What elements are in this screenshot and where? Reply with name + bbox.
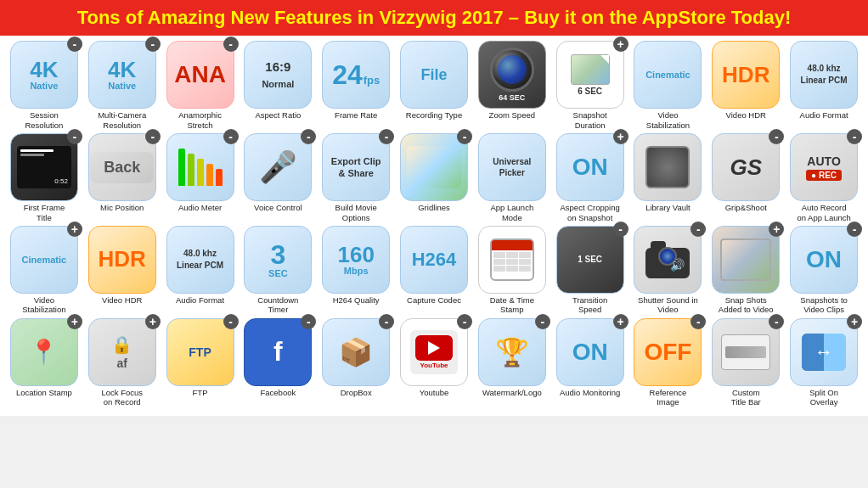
feature-item-ftp[interactable]: FTP -FTP <box>163 318 238 407</box>
feature-item-custom-title-bar[interactable]: -CustomTitle Bar <box>708 318 783 407</box>
badge-audio-monitoring: + <box>613 314 628 329</box>
label-snapshots-clips: Snapshots toVideo Clips <box>800 295 847 315</box>
icon-wrap-frame-rate: 24 fps <box>322 41 390 109</box>
icon-wrap-video-stabilization-2: Cinematic + <box>10 226 78 294</box>
feature-item-dropbox[interactable]: 📦 -DropBox <box>318 318 393 407</box>
icon-wrap-h264-quality: 160 Mbps <box>322 226 390 294</box>
label-lock-focus: Lock Focuson Record <box>101 388 143 407</box>
label-capture-codec: Capture Codec <box>407 295 461 305</box>
feature-item-recording-type[interactable]: File Recording Type <box>397 41 471 130</box>
feature-item-app-launch-mode[interactable]: UniversalPicker App LaunchMode <box>475 133 550 222</box>
icon-wrap-first-frame-title: 0:52 - <box>10 133 78 201</box>
feature-item-capture-codec[interactable]: H264 Capture Codec <box>397 226 471 315</box>
feature-item-audio-format-2[interactable]: 48.0 khzLinear PCM Audio Format <box>163 226 238 315</box>
label-app-launch-mode: App LaunchMode <box>490 203 533 222</box>
feature-item-youtube[interactable]: YouTube -Youtube <box>397 318 471 407</box>
label-split-overlay: Split OnOverlay <box>809 388 838 407</box>
feature-item-datetime-stamp[interactable]: Date & TimeStamp <box>475 226 550 315</box>
label-auto-record: Auto Recordon App Launch <box>797 203 850 222</box>
label-snapshots-added: Snap ShotsAdded to Video <box>719 295 774 315</box>
feature-item-video-stabilization[interactable]: Cinematic VideoStabilization <box>631 41 706 130</box>
label-reference-image: ReferenceImage <box>650 388 687 407</box>
icon-wrap-youtube: YouTube - <box>400 318 468 386</box>
badge-split-overlay: + <box>847 314 862 329</box>
badge-auto-record: - <box>847 129 862 144</box>
feature-item-lock-focus[interactable]: 🔒 af +Lock Focuson Record <box>85 318 160 407</box>
badge-shutter-sound: - <box>690 222 706 237</box>
feature-item-snapshots-added[interactable]: +Snap ShotsAdded to Video <box>708 226 783 315</box>
feature-item-zoom-speed[interactable]: 64 SEC Zoom Speed <box>475 41 550 130</box>
icon-wrap-facebook: f - <box>244 318 312 386</box>
feature-item-reference-image[interactable]: OFF -ReferenceImage <box>631 318 706 407</box>
feature-item-watermark[interactable]: 🏆 -Watermark/Logo <box>475 318 550 407</box>
icon-wrap-snapshots-clips: ON - <box>790 226 858 294</box>
icon-wrap-app-launch-mode: UniversalPicker <box>478 133 546 201</box>
label-transition-speed: TransitionSpeed <box>572 295 607 315</box>
icon-wrap-anamorphic-stretch: ANA - <box>166 41 234 109</box>
badge-reference-image: - <box>690 314 706 329</box>
icon-wrap-audio-meter: - <box>166 133 234 201</box>
label-first-frame-title: First FrameTitle <box>24 203 65 222</box>
feature-item-aspect-cropping[interactable]: ON +Aspect Croppingon Snapshot <box>553 133 628 222</box>
icon-wrap-video-hdr-2: HDR <box>88 226 156 294</box>
feature-item-audio-meter[interactable]: -Audio Meter <box>163 133 238 222</box>
banner: Tons of Amazing New Features in Vizzywig… <box>0 0 868 36</box>
feature-item-auto-record[interactable]: AUTO ● REC -Auto Recordon App Launch <box>786 133 861 222</box>
label-audio-format: Audio Format <box>800 110 848 120</box>
icon-wrap-reference-image: OFF - <box>634 318 702 386</box>
feature-item-countdown-timer[interactable]: 3 SEC CountdownTimer <box>240 226 315 315</box>
feature-item-session-resolution[interactable]: 4K Native -SessionResolution <box>7 41 82 130</box>
feature-item-snapshots-clips[interactable]: ON -Snapshots toVideo Clips <box>786 226 861 315</box>
badge-youtube: - <box>457 314 472 329</box>
badge-grip-shoot: - <box>769 129 784 144</box>
feature-item-transition-speed[interactable]: 1 SEC -TransitionSpeed <box>553 226 628 315</box>
badge-gridlines: - <box>457 129 472 144</box>
label-h264-quality: H264 Quality <box>333 295 380 305</box>
feature-item-build-movie[interactable]: Export Clip& Share -Build MovieOptions <box>318 133 393 222</box>
feature-item-voice-control[interactable]: 🎤 -Voice Control <box>240 133 315 222</box>
icon-wrap-gridlines: - <box>400 133 468 201</box>
feature-item-video-hdr[interactable]: HDR Video HDR <box>708 41 783 130</box>
icon-wrap-shutter-sound: 🔊 - <box>634 226 702 294</box>
icon-wrap-multi-camera-resolution: 4K Native - <box>88 41 156 109</box>
badge-anamorphic-stretch: - <box>223 36 239 52</box>
icon-wrap-recording-type: File <box>400 41 468 109</box>
feature-item-video-hdr-2[interactable]: HDR Video HDR <box>85 226 160 315</box>
label-shutter-sound: Shutter Sound inVideo <box>638 295 698 315</box>
feature-item-gridlines[interactable]: -Gridlines <box>397 133 471 222</box>
icon-wrap-zoom-speed: 64 SEC <box>478 41 546 109</box>
feature-item-audio-format[interactable]: 48.0 khzLinear PCM Audio Format <box>786 41 861 130</box>
label-ftp: FTP <box>193 388 208 397</box>
feature-item-video-stabilization-2[interactable]: Cinematic +VideoStabilization <box>7 226 82 315</box>
badge-transition-speed: - <box>613 222 628 237</box>
feature-item-aspect-ratio[interactable]: 16:9Normal Aspect Ratio <box>240 41 315 130</box>
feature-item-first-frame-title[interactable]: 0:52 -First FrameTitle <box>7 133 82 222</box>
feature-item-multi-camera-resolution[interactable]: 4K Native -Multi-CameraResolution <box>85 41 160 130</box>
feature-item-mic-position[interactable]: Back -Mic Position <box>85 133 160 222</box>
badge-snapshot-duration: + <box>613 36 628 52</box>
label-voice-control: Voice Control <box>254 203 302 212</box>
label-session-resolution: SessionResolution <box>25 110 63 130</box>
feature-item-shutter-sound[interactable]: 🔊 -Shutter Sound inVideo <box>631 226 706 315</box>
row-1: 4K Native -SessionResolution 4K Native -… <box>7 41 861 130</box>
label-grip-shoot: Grip&Shoot <box>725 203 767 212</box>
feature-item-snapshot-duration[interactable]: 6 SEC +SnapshotDuration <box>553 41 628 130</box>
row-3: Cinematic +VideoStabilization HDR Video … <box>7 226 861 315</box>
label-video-stabilization-2: VideoStabilization <box>22 295 65 315</box>
feature-item-library-vault[interactable]: Library Vault <box>631 133 706 222</box>
label-custom-title-bar: CustomTitle Bar <box>731 388 761 407</box>
feature-item-frame-rate[interactable]: 24 fps Frame Rate <box>318 41 393 130</box>
feature-item-facebook[interactable]: f -Facebook <box>240 318 315 407</box>
icon-wrap-snapshots-added: + <box>712 226 780 294</box>
feature-item-split-overlay[interactable]: ↔ +Split OnOverlay <box>786 318 861 407</box>
feature-item-grip-shoot[interactable]: GS -Grip&Shoot <box>708 133 783 222</box>
badge-video-stabilization-2: + <box>67 222 82 237</box>
feature-item-h264-quality[interactable]: 160 Mbps H264 Quality <box>318 226 393 315</box>
label-frame-rate: Frame Rate <box>335 110 377 120</box>
feature-item-location-stamp[interactable]: 📍 +Location Stamp <box>7 318 82 407</box>
badge-facebook: - <box>301 314 316 329</box>
feature-item-audio-monitoring[interactable]: ON +Audio Monitoring <box>553 318 628 407</box>
badge-audio-meter: - <box>223 129 239 144</box>
feature-item-anamorphic-stretch[interactable]: ANA -AnamorphicStretch <box>163 41 238 130</box>
label-audio-meter: Audio Meter <box>178 203 222 212</box>
